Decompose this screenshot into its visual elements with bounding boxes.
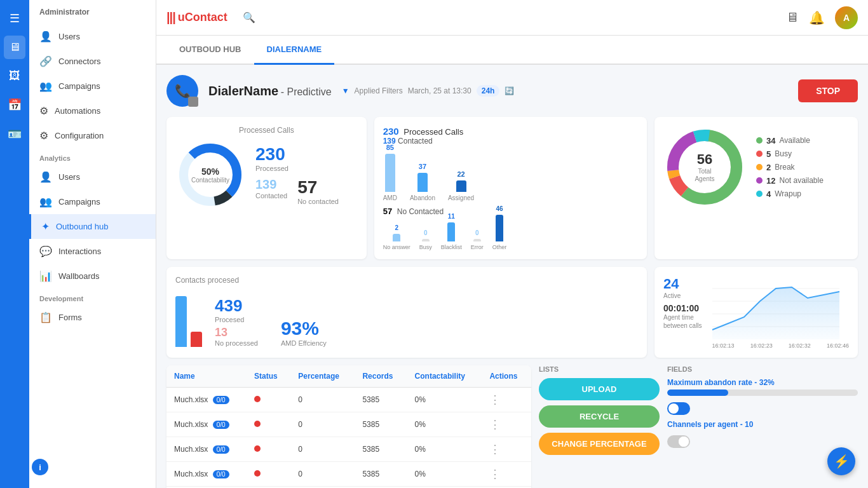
agents-total: 56 <box>695 151 714 168</box>
contacts-title: Contacts procesed <box>175 276 638 285</box>
forms-icon: 📋 <box>39 311 52 323</box>
cell-contactability: 0% <box>407 462 482 487</box>
table-row: Much.xlsx 0/0 0 5385 0% ⋮ <box>166 437 531 462</box>
cell-contactability: 0% <box>407 388 482 412</box>
max-abandon-label: Maximum abandon rate - 32% <box>667 378 858 387</box>
max-abandon-field: Maximum abandon rate - 32% <box>667 378 858 396</box>
card-icon[interactable]: 🪪 <box>3 122 27 146</box>
cell-actions[interactable]: ⋮ <box>482 437 531 462</box>
row-badge: 0/0 <box>213 396 229 404</box>
outbound-icon: ✦ <box>41 220 50 233</box>
sidebar-item-users-analytics[interactable]: 👤 Users <box>29 165 156 189</box>
content-area: OUTBOUD HUB DIALERNAME 📞 DialerName - Pr… <box>156 36 868 488</box>
notavailable-dot <box>756 177 763 184</box>
no-contacted-count: 57 <box>297 177 339 198</box>
agents-donut: 56 TotalAgents <box>663 126 746 208</box>
agents-total-label: TotalAgents <box>695 168 714 183</box>
col-records: Records <box>355 365 407 388</box>
row-menu[interactable]: ⋮ <box>489 468 501 480</box>
sidebar-item-campaigns-analytics[interactable]: 👥 Campaigns <box>29 189 156 214</box>
sidebar-item-wallboards[interactable]: 📊 Wallboards <box>29 264 156 288</box>
status-dot <box>254 445 261 452</box>
line-chart: 16:02:1316:02:2316:02:3216:02:46 <box>712 276 849 349</box>
tab-dialername[interactable]: DIALERNAME <box>254 36 335 65</box>
max-abandon-toggle[interactable] <box>667 402 690 415</box>
cell-pct: 0 <box>290 437 355 462</box>
menu-icon[interactable]: ☰ <box>4 6 25 30</box>
tab-outbound-hub[interactable]: OUTBOUD HUB <box>166 36 254 65</box>
search-icon[interactable]: 🔍 <box>243 11 255 24</box>
lists-section: LISTS UPLOAD RECYCLE CHANGE PERCENTAGE <box>539 365 660 488</box>
cell-name: Much.xlsx 0/0 <box>166 412 247 437</box>
col-percentage: Percentage <box>290 365 355 388</box>
sidebar-item-connectors[interactable]: 🔗 Connectors <box>29 49 156 74</box>
table-row: Much.xlsx 0/0 0 5385 0% ⋮ <box>166 412 531 437</box>
cell-status <box>247 462 290 487</box>
amd-stat: 93% AMD Effciency <box>281 318 327 347</box>
logo-bars: ||| <box>166 10 175 25</box>
stop-button[interactable]: STOP <box>798 79 858 102</box>
cell-pct: 0 <box>290 462 355 487</box>
bell-icon[interactable]: 🔔 <box>809 10 825 25</box>
lists-title: LISTS <box>539 365 660 373</box>
sidebar-item-campaigns-admin[interactable]: 👥 Campaigns <box>29 74 156 98</box>
agents-card: 56 TotalAgents 34 Available <box>654 117 858 259</box>
avatar[interactable]: A <box>835 6 858 29</box>
connectors-icon: 🔗 <box>39 55 52 67</box>
filter-fab[interactable]: ⚡ <box>827 447 855 475</box>
cell-records: 5385 <box>355 388 407 412</box>
row-menu[interactable]: ⋮ <box>489 418 501 431</box>
cell-contactability: 0% <box>407 437 482 462</box>
contacted-count: 139 <box>255 177 287 192</box>
cell-actions[interactable]: ⋮ <box>482 412 531 437</box>
change-percentage-button[interactable]: CHANGE PERCENTAGE <box>539 433 660 455</box>
sidebar-item-outbound-hub[interactable]: ✦ Outbound hub <box>29 214 156 239</box>
refresh-icon[interactable]: 🔄 <box>505 86 514 95</box>
row-menu[interactable]: ⋮ <box>489 393 501 406</box>
channels-toggle-row <box>667 435 858 448</box>
busy-label: Busy <box>775 149 792 158</box>
sidebar-item-automations[interactable]: ⚙ Automations <box>29 98 156 123</box>
col-name: Name <box>166 365 247 388</box>
calendar-icon[interactable]: 📅 <box>3 93 27 117</box>
recycle-button[interactable]: RECYCLE <box>539 405 660 428</box>
break-dot <box>756 164 763 170</box>
col-status: Status <box>247 365 290 388</box>
upload-button[interactable]: UPLOAD <box>539 378 660 400</box>
channels-toggle[interactable] <box>667 435 690 448</box>
sidebar-item-configuration[interactable]: ⚙ Configuration <box>29 123 156 148</box>
monitor-topbar-icon[interactable]: 🖥 <box>786 10 799 25</box>
cell-actions[interactable]: ⋮ <box>482 388 531 412</box>
no-contacted-bars: 2 No answer 0 Busy 11 Blacklist <box>383 219 638 250</box>
col-actions: Actions <box>482 365 531 388</box>
max-abandon-bar-bg <box>667 390 858 396</box>
amd-pct: 93% <box>281 318 327 339</box>
wrapup-label: Wrapup <box>775 189 801 198</box>
sidebar-item-interactions[interactable]: 💬 Interactions <box>29 239 156 264</box>
dialer-meta: ▼ Applied Filters March, 25 at 13:30 24h… <box>342 85 515 97</box>
contacts-processed-label: Procesed <box>215 316 258 323</box>
sidebar-item-forms[interactable]: 📋 Forms <box>29 305 156 330</box>
sidebar-item-users-admin[interactable]: 👤 Users <box>29 24 156 49</box>
row-1: Processed Calls 50% Contactability <box>166 117 858 259</box>
processed-calls-card: Processed Calls 50% Contactability <box>166 117 367 259</box>
max-abandon-toggle-row <box>667 402 858 415</box>
donut-sub: Contactability <box>191 177 229 184</box>
line-stats: 24 Active 00:01:00 Agent timebetween cal… <box>663 276 702 349</box>
processed-inner: 50% Contactability 230 Processed <box>175 140 358 210</box>
monitor-icon[interactable]: 🖥 <box>4 36 25 59</box>
notavailable-count: 12 <box>766 176 775 186</box>
dialer-icon: 📞 <box>166 75 198 107</box>
row-3: Name Status Percentage Records Contactab… <box>166 365 858 488</box>
row-menu[interactable]: ⋮ <box>489 443 501 456</box>
cell-name: Much.xlsx 0/0 <box>166 462 247 487</box>
cell-actions[interactable]: ⋮ <box>482 462 531 487</box>
info-button[interactable]: i <box>32 459 48 475</box>
topbar-right: 🖥 🔔 A <box>786 6 858 29</box>
agents-inner: 56 TotalAgents 34 Available <box>663 126 849 208</box>
filter-label: Applied Filters <box>355 86 403 95</box>
main-area: ||| uContact 🔍 🖥 🔔 A OUTBOUD HUB DIALERN… <box>156 0 868 488</box>
contacts-card: Contacts procesed 439 Procesed 13 No pro… <box>166 267 647 358</box>
campaigns-analytics-icon: 👥 <box>39 196 52 208</box>
image-icon[interactable]: 🖼 <box>4 64 25 88</box>
